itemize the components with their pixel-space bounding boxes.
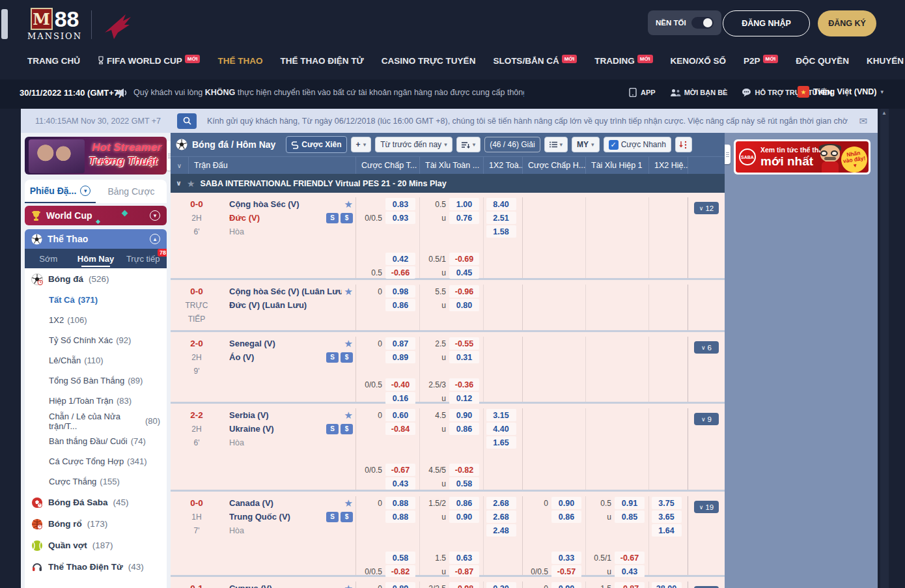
odds-chip[interactable]: -0.40	[385, 378, 415, 391]
sidebar-item-b-ng-saba[interactable]: Bóng Đá Saba(45)	[25, 492, 167, 513]
collapse-all-chevron[interactable]: ∨	[171, 157, 189, 174]
odds-chip[interactable]: 0.58	[385, 552, 415, 564]
stats-icon[interactable]: S	[326, 424, 339, 434]
sidebar-filter-t-s-ch-nh-x-c[interactable]: Tỷ Số Chính Xác(92)	[25, 330, 167, 350]
sidebar-filter-1x2[interactable]: 1X2(106)	[25, 310, 167, 330]
sidebar-filter-c-c-th-ng[interactable]: Cược Thắng(155)	[25, 471, 167, 492]
tab-tr-c-ti-p[interactable]: Trực tiếp78	[119, 249, 167, 268]
odds-chip[interactable]: 2.48	[486, 524, 516, 537]
hot-streamer-banner[interactable]: Hot Streamer Tường Thuật	[25, 137, 167, 175]
page-scrollbar[interactable]: ▲	[880, 109, 889, 588]
odds-chip[interactable]: 0.91	[615, 497, 645, 509]
team2-name[interactable]: Ukraine (V)	[229, 424, 324, 434]
click-here-bubble[interactable]: Nhấn vào đây! ▼	[839, 145, 869, 173]
team1-name[interactable]: Canada (V)	[229, 498, 342, 508]
odds-chip[interactable]: 0.83	[385, 198, 415, 210]
odds-chip[interactable]: -0.66	[385, 266, 415, 279]
dark-mode-toggle[interactable]	[691, 17, 714, 29]
stats-icon[interactable]: S	[326, 512, 339, 522]
odds-chip[interactable]: 3.15	[486, 409, 516, 421]
register-button[interactable]: ĐĂNG KÝ	[818, 10, 876, 36]
nav-item-th-thao[interactable]: THỂ THAO	[217, 56, 262, 66]
odds-chip[interactable]: 0.60	[385, 409, 415, 421]
tab-my-bets[interactable]: Bảng Cược	[96, 180, 167, 203]
sidebar-filter-ch-n-l-c-a-n-a-tr-n-t-[interactable]: Chẵn / Lẻ của Nửa trận/T...(80)	[25, 411, 167, 431]
odds-chip[interactable]: 0.42	[385, 253, 415, 265]
odds-chip[interactable]: 0.93	[385, 212, 415, 224]
parlay-button[interactable]: Cược Xiên	[286, 136, 346, 153]
favorite-star-icon[interactable]: ★	[344, 338, 353, 350]
odds-chip[interactable]: -0.57	[551, 565, 581, 578]
favorite-star-icon[interactable]: ★	[344, 199, 353, 210]
sidebar-filter-b-n-th-ng-u-cu-i[interactable]: Bàn thắng Đầu/ Cuối(74)	[25, 431, 167, 451]
ticker-link-app[interactable]: APP	[628, 88, 656, 97]
odds-chip[interactable]: -0.55	[449, 337, 479, 350]
odds-chip[interactable]: -0.69	[449, 253, 479, 265]
nav-item-slots-b-n-c-[interactable]: SLOTS/BẮN CÁMỚI	[493, 56, 577, 66]
nav-item-trading[interactable]: TRADINGMỚI	[594, 56, 652, 66]
more-markets-button[interactable]: ∨12	[694, 202, 719, 214]
odds-chip[interactable]: 0.87	[385, 337, 415, 350]
team1-name[interactable]: Serbia (V)	[229, 410, 342, 420]
sort-filter-dropdown[interactable]: ▾	[456, 137, 481, 152]
sidebar-item-bong-da[interactable]: Bóng đá(526)	[25, 268, 167, 290]
brand-logo[interactable]: M 88 MANSION	[27, 8, 135, 41]
odds-chip[interactable]: 1.58	[486, 225, 516, 238]
nav-item-th-thao-i-n-t-[interactable]: THỂ THAO ĐIỆN TỬ	[280, 56, 363, 66]
scroll-up-arrow[interactable]: ▲	[882, 110, 887, 116]
odds-chip[interactable]: -0.82	[449, 464, 479, 476]
odds-chip[interactable]: 1.00	[449, 198, 479, 210]
odds-chip[interactable]: -0.98	[449, 582, 479, 588]
league-group-row[interactable]: ∨ ★ SABA INTERNATIONAL FRIENDLY Virtual …	[171, 174, 725, 193]
favorite-star-icon[interactable]: ★	[344, 497, 353, 509]
odds-chip[interactable]: 28.00	[652, 582, 682, 588]
team2-name[interactable]: Áo (V)	[229, 352, 324, 362]
team1-name[interactable]: Cyprus (V)	[229, 583, 342, 588]
odds-chip[interactable]: 0.43	[615, 565, 645, 578]
sports-section-header[interactable]: Thể Thao ▴	[25, 229, 167, 249]
leagues-filter-button[interactable]: (46 / 46) Giải	[484, 137, 540, 152]
odds-chip[interactable]: 0.90	[551, 497, 581, 509]
sidebar-item-b-ng-r-[interactable]: Bóng rổ(173)	[25, 513, 167, 535]
world-cup-section[interactable]: World Cup ▾	[25, 206, 167, 225]
sort-order-button[interactable]	[675, 137, 692, 152]
cashout-icon[interactable]: $	[341, 424, 353, 434]
odds-chip[interactable]: 0.88	[385, 497, 415, 509]
favorite-star-icon[interactable]: ★	[187, 178, 195, 189]
cashout-icon[interactable]: $	[341, 512, 353, 522]
odds-chip[interactable]: 2.68	[486, 511, 516, 523]
team2-name[interactable]: Trung Quốc (V)	[229, 512, 324, 522]
team1-name[interactable]: Senegal (V)	[229, 339, 342, 348]
odds-chip[interactable]: -0.36	[449, 378, 479, 391]
odds-chip[interactable]: -0.67	[615, 552, 645, 564]
odds-chip[interactable]: -0.96	[449, 285, 479, 298]
odds-chip[interactable]: 0.58	[449, 477, 479, 490]
stats-icon[interactable]: S	[326, 213, 339, 223]
tab-betslip[interactable]: Phiếu Đặ... ▾	[25, 180, 96, 203]
odds-chip[interactable]: 0.86	[385, 299, 415, 311]
odds-chip[interactable]: -0.87	[449, 565, 479, 578]
odds-chip[interactable]: -0.87	[615, 582, 645, 588]
quick-bet-toggle[interactable]: ✓ Cược Nhanh	[604, 137, 671, 152]
more-markets-button[interactable]: ∨9	[694, 413, 719, 425]
nav-item-casino-tr-c-tuy-n[interactable]: CASINO TRỰC TUYẾN	[382, 56, 476, 66]
odds-chip[interactable]: 0.86	[449, 423, 479, 435]
odds-chip[interactable]: 0.80	[449, 299, 479, 311]
page-scrollbar-thumb[interactable]	[1, 9, 8, 39]
odds-chip[interactable]: 3.75	[652, 497, 682, 509]
cashout-icon[interactable]: $	[341, 213, 353, 223]
sidebar-filter-c-c-c-t-ng-h-p[interactable]: Cá Cược Tổng Hợp(341)	[25, 451, 167, 471]
odds-chip[interactable]: 1.64	[652, 524, 682, 537]
odds-format-dropdown[interactable]: MY ▾	[572, 137, 600, 152]
sidebar-filter-l-ch-n[interactable]: Lẻ/Chẵn(110)	[25, 350, 167, 371]
odds-chip[interactable]: 2.51	[486, 212, 516, 224]
odds-chip[interactable]: 3.65	[652, 511, 682, 523]
sidebar-item-th-thao-i-n-t-[interactable]: Thể Thao Điện Tử(43)	[25, 556, 167, 578]
nav-item--c-quy-n[interactable]: ĐỘC QUYỀN	[796, 56, 849, 66]
time-range-dropdown[interactable]: Từ trước đến nay ▾	[375, 137, 452, 152]
odds-chip[interactable]: 0.89	[385, 351, 415, 363]
nav-item-p2p[interactable]: P2PMỚI	[744, 56, 778, 66]
favorite-star-icon[interactable]: ★	[344, 286, 353, 298]
dark-mode-control[interactable]: NỀN TỐI	[648, 10, 721, 35]
odds-chip[interactable]: 0.90	[551, 582, 581, 588]
